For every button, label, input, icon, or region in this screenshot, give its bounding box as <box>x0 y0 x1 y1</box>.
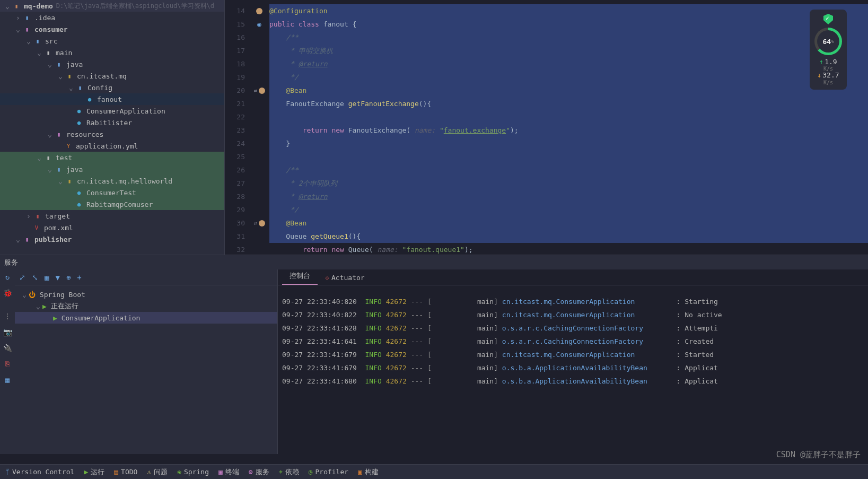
class-icon: ● <box>85 94 94 104</box>
tree-consumer[interactable]: ⌄ ▮ consumer <box>0 23 224 35</box>
code-editor[interactable]: 141516 171819 202122 232425 262728 29303… <box>225 0 868 255</box>
status-spring[interactable]: ❀Spring <box>177 468 209 476</box>
tree-config[interactable]: ⌄ ▮ Config <box>0 82 224 93</box>
tree-test-java[interactable]: ⌄ ▮ java <box>0 163 224 175</box>
console-output[interactable]: 09-27 22:33:40:820 INFO 42672 --- [ main… <box>278 285 868 454</box>
log-line: 09-27 22:33:41:680 INFO 42672 --- [ main… <box>282 375 864 388</box>
rerun-icon[interactable]: ↻ <box>5 273 10 281</box>
tree-label: ConsumerTest <box>86 189 136 197</box>
expand-icon[interactable]: ⤢ <box>19 273 25 282</box>
svc-running[interactable]: ⌄ ▶ 正在运行 <box>15 300 277 312</box>
spring-icon: ❀ <box>177 468 181 476</box>
implement-icon[interactable]: ◉ <box>257 20 261 28</box>
plug-icon[interactable]: 🔌 <box>3 344 12 352</box>
tree-pkg[interactable]: ⌄ ▮ cn.itcast.mq <box>0 70 224 82</box>
bean-icon[interactable] <box>256 8 262 14</box>
tree-label: target <box>45 212 70 220</box>
status-run[interactable]: ▶运行 <box>84 467 104 477</box>
status-build[interactable]: ▣构建 <box>358 467 379 477</box>
tree-rabitamqp[interactable]: ● RabitamqpComuser <box>0 198 224 210</box>
grid-icon[interactable]: ▦ <box>45 273 49 282</box>
tree-target[interactable]: › ▮ target <box>0 210 224 222</box>
tree-resources[interactable]: ⌄ ▮ resources <box>0 128 224 140</box>
debug-icon[interactable]: 🐞 <box>3 289 12 297</box>
status-services[interactable]: ⚙服务 <box>249 467 269 477</box>
status-problems[interactable]: ⚠问题 <box>147 467 168 477</box>
tree-test-pkg[interactable]: ⌄ ▮ cn.itcast.mq.helloworld <box>0 175 224 187</box>
left-tool-strip: ↻ 🐞 ⋮ 📷 🔌 ⎘ ▦ <box>0 269 15 454</box>
root-path: D:\笔记\java后端全家桶\aspingcloud\学习资料\d <box>56 2 214 11</box>
todo-icon: ▤ <box>114 468 118 476</box>
layout-icon[interactable]: ▦ <box>5 376 10 384</box>
tree-main[interactable]: ⌄ ▮ main <box>0 47 224 58</box>
tree-test[interactable]: ⌄ ▮ test <box>0 152 224 163</box>
tree-fanout[interactable]: ● fanout <box>0 93 224 105</box>
tree-idea[interactable]: › ▮ .idea <box>0 12 224 23</box>
status-vcs[interactable]: ᛘVersion Control <box>5 468 74 476</box>
chevron-down-icon: ⌄ <box>46 166 54 173</box>
svc-label: 正在运行 <box>51 301 78 311</box>
tree-label: RabitamqpComuser <box>86 201 153 208</box>
bean-icon[interactable] <box>259 88 265 94</box>
cpu-gauge: 64% <box>814 28 842 55</box>
filter-icon[interactable]: ▼ <box>55 273 59 282</box>
branch-icon: ᛘ <box>5 468 10 476</box>
add-config-icon[interactable]: ⊕ <box>66 273 71 282</box>
bean-icon[interactable] <box>259 220 265 227</box>
tree-publisher[interactable]: ⌄ ▮ publisher <box>0 233 224 245</box>
deps-icon: ⌖ <box>279 468 283 476</box>
tree-java[interactable]: ⌄ ▮ java <box>0 58 224 70</box>
camera-icon[interactable]: 📷 <box>3 328 12 336</box>
terminal-icon: ▣ <box>218 468 223 476</box>
chevron-down-icon: ⌄ <box>3 2 12 10</box>
chevron-down-icon: ⌄ <box>14 236 22 243</box>
status-deps[interactable]: ⌖依赖 <box>279 467 299 477</box>
play-icon: ▶ <box>53 314 57 322</box>
svc-app[interactable]: ▶ ConsumerApplication <box>15 312 277 324</box>
tree-label: application.yml <box>76 142 138 150</box>
code-lines[interactable]: @Configuration public class fanout { /**… <box>269 0 868 255</box>
package-icon: ▮ <box>75 83 85 92</box>
tree-label: ConsumerApplication <box>86 107 165 115</box>
gutter-icons: ◉ ⇄ ⇄ <box>249 0 269 255</box>
more-icon[interactable]: ⋮ <box>4 312 11 320</box>
tree-label: Rabitlister <box>86 119 132 127</box>
collapse-icon[interactable]: ⇄ <box>253 220 257 226</box>
folder-icon: ▮ <box>33 211 42 221</box>
status-profiler[interactable]: ◷Profiler <box>309 468 348 476</box>
plus-icon[interactable]: + <box>77 273 81 282</box>
folder-icon: ▮ <box>43 48 53 57</box>
tab-console[interactable]: 控制台 <box>282 268 318 285</box>
log-line: 09-27 22:33:41:641 INFO 42672 --- [ main… <box>282 335 864 348</box>
tree-label: java <box>66 60 83 68</box>
tab-actuator[interactable]: ⟐Actuator <box>318 271 372 285</box>
exit-icon[interactable]: ⎘ <box>5 360 10 368</box>
tree-src[interactable]: ⌄ ▮ src <box>0 35 224 47</box>
class-icon: ● <box>74 118 84 127</box>
collapse-icon[interactable]: ⤡ <box>32 273 38 282</box>
tree-appyml[interactable]: Y application.yml <box>0 140 224 152</box>
status-bar: ᛘVersion Control ▶运行 ▤TODO ⚠问题 ❀Spring ▣… <box>0 464 868 479</box>
services-tree[interactable]: ⌄ ⏻ Spring Boot ⌄ ▶ 正在运行 ▶ ConsumerAppli… <box>15 285 277 324</box>
tree-rabit[interactable]: ● Rabitlister <box>0 117 224 128</box>
tree-root[interactable]: ⌄ ▮ mq-demo D:\笔记\java后端全家桶\aspingcloud\… <box>0 0 224 12</box>
tree-pom[interactable]: V pom.xml <box>0 222 224 233</box>
system-monitor[interactable]: 64% 1.9K/s 32.7K/s <box>810 10 847 90</box>
tree-label: cn.itcast.mq <box>77 72 127 80</box>
project-tree[interactable]: ⌄ ▮ mq-demo D:\笔记\java后端全家桶\aspingcloud\… <box>0 0 225 255</box>
folder-icon: ▮ <box>33 36 42 46</box>
line-numbers: 141516 171819 202122 232425 262728 29303… <box>225 0 249 255</box>
chevron-right-icon: › <box>14 14 22 22</box>
status-terminal[interactable]: ▣终端 <box>218 467 239 477</box>
svc-root[interactable]: ⌄ ⏻ Spring Boot <box>15 289 277 300</box>
status-todo[interactable]: ▤TODO <box>114 468 137 476</box>
net-speed: 1.9K/s 32.7K/s <box>817 58 839 85</box>
tree-consumer-app[interactable]: ● ConsumerApplication <box>0 105 224 117</box>
chevron-down-icon: ⌄ <box>35 154 43 162</box>
collapse-icon[interactable]: ⇄ <box>253 88 257 93</box>
log-line: 09-27 22:33:40:822 INFO 42672 --- [ main… <box>282 308 864 321</box>
services-title-bar[interactable]: 服务 <box>0 255 868 269</box>
chevron-right-icon: › <box>24 212 33 220</box>
tree-consumer-test[interactable]: ● ConsumerTest <box>0 187 224 198</box>
yml-icon: Y <box>64 141 73 151</box>
